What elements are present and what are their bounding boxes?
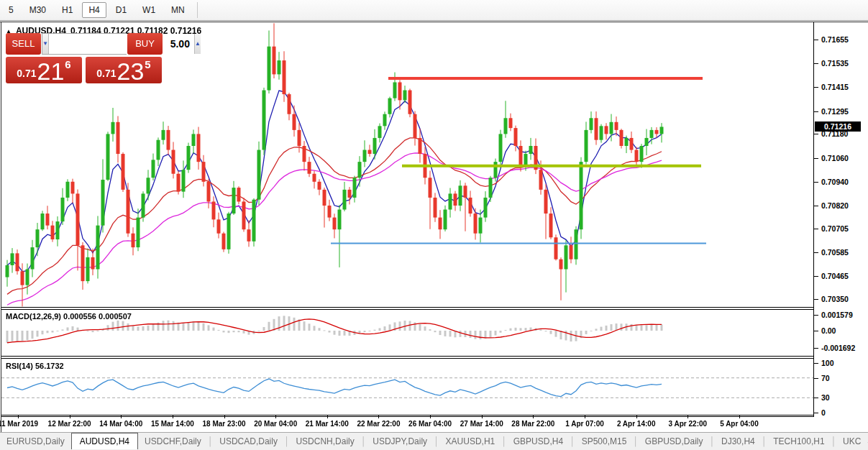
time-tick	[70, 415, 70, 418]
macd-axis-label: 0.00	[821, 326, 836, 335]
bid-prefix: 0.71	[17, 68, 36, 79]
time-label: 12 Mar 22:00	[48, 420, 91, 428]
tab-separator: │	[361, 436, 367, 446]
time-label: 20 Mar 04:00	[254, 420, 297, 428]
timeframe-button-d1[interactable]: D1	[109, 2, 133, 18]
rsi-axis-label: 70	[821, 374, 830, 382]
axis-tick	[814, 134, 818, 134]
time-label: 3 Apr 22:00	[669, 420, 708, 428]
axis-tick	[814, 378, 818, 379]
one-click-trade-panel: SELL ▼ ▲ BUY 0.71 21 6 0.71 23 5	[6, 33, 163, 83]
time-tick	[430, 415, 431, 418]
tab-separator: │	[762, 436, 767, 446]
time-tick	[585, 415, 585, 418]
chart-tab-eurusd-daily[interactable]: EURUSD,Daily	[0, 434, 71, 449]
time-label: 18 Mar 23:00	[203, 420, 246, 428]
time-tick	[275, 415, 276, 418]
chart-tab-gbpusd-h4[interactable]: GBPUSD,H4	[507, 434, 570, 449]
timeframe-button-5[interactable]: 5	[2, 2, 20, 18]
chart-tab-usdcad-daily[interactable]: USDCAD,Daily	[213, 434, 284, 449]
time-label: 1 Apr 07:00	[565, 420, 604, 428]
axis-tick	[814, 158, 818, 159]
time-label: 26 Mar 04:00	[408, 420, 452, 428]
axis-tick	[814, 348, 818, 349]
time-label: 15 Mar 14:00	[151, 420, 194, 428]
timeframe-button-mn[interactable]: MN	[165, 2, 191, 18]
rsi-axis-label: 0	[821, 408, 826, 417]
chart-tab-usdchf-daily[interactable]: USDCHF,Daily	[138, 434, 208, 449]
ask-big-digits: 23	[117, 61, 145, 81]
time-label: 5 Apr 04:00	[720, 420, 759, 428]
toolbar-separator	[197, 2, 198, 18]
volume-decrease-button[interactable]: ▼	[42, 34, 49, 54]
rsi-label: RSI(14) 56.1732	[6, 362, 64, 370]
chart-tab-usdjpy-daily[interactable]: USDJPY,Daily	[366, 434, 434, 449]
volume-increase-button[interactable]: ▲	[194, 34, 201, 54]
chart-tab-dj30-h4[interactable]: DJ30,H4	[715, 434, 762, 449]
axis-tick	[814, 252, 818, 253]
axis-tick	[814, 182, 818, 183]
time-label: 21 Mar 14:00	[306, 420, 349, 428]
tab-separator: │	[831, 436, 837, 446]
axis-tick	[814, 413, 818, 413]
timeframe-button-h1[interactable]: H1	[55, 2, 79, 18]
price-axis-label: 0.70705	[821, 224, 849, 233]
rsi-axis-label: 30	[821, 393, 830, 402]
ask-prefix: 0.71	[96, 68, 116, 79]
timeframe-toolbar: 5M30H1H4D1W1MN	[0, 0, 868, 21]
chart-tab-gbpusd-daily[interactable]: GBPUSD,Daily	[639, 434, 710, 449]
price-axis-label: 0.70350	[821, 295, 849, 303]
chart-tab-sp500-m15[interactable]: SP500,M15	[575, 434, 634, 449]
price-axis[interactable]: 0.71216 0.716550.715350.714150.712950.71…	[814, 22, 868, 415]
axis-tick	[814, 276, 818, 277]
time-tick	[739, 415, 740, 418]
pane-separator[interactable]	[1, 307, 813, 310]
axis-tick	[814, 111, 818, 112]
axis-tick	[814, 398, 818, 398]
tab-separator: │	[710, 436, 716, 446]
macd-axis-label: 0.001579	[821, 311, 853, 319]
pane-separator[interactable]	[1, 356, 813, 359]
time-tick	[224, 415, 225, 418]
timeframe-button-w1[interactable]: W1	[136, 2, 162, 18]
chart-tab-xauusd-h1[interactable]: XAUUSD,H1	[439, 434, 502, 449]
timeframe-button-h4[interactable]: H4	[82, 2, 106, 18]
time-label: 11 Mar 2019	[0, 420, 38, 428]
price-axis-label: 0.70820	[821, 201, 849, 210]
volume-input[interactable]	[49, 34, 194, 54]
ask-quote-button[interactable]: 0.71 23 5	[86, 57, 162, 83]
time-label: 28 Mar 22:00	[511, 420, 554, 428]
buy-button[interactable]: BUY	[127, 33, 163, 55]
timeframe-button-m30[interactable]: M30	[23, 2, 52, 18]
macd-axis-label: -0.001692	[821, 344, 855, 352]
time-tick	[18, 415, 19, 418]
axis-tick	[814, 315, 818, 316]
axis-tick	[814, 87, 818, 88]
tab-separator: │	[434, 436, 439, 446]
bid-quote-button[interactable]: 0.71 21 6	[6, 57, 82, 83]
chart-tab-usdcnh-daily[interactable]: USDCNH,Daily	[289, 434, 360, 449]
tab-separator: │	[501, 436, 507, 446]
axis-tick	[814, 206, 818, 206]
axis-tick	[814, 40, 818, 40]
price-axis-label: 0.71180	[821, 129, 848, 138]
price-axis-label: 0.71295	[821, 107, 849, 116]
time-tick	[636, 415, 637, 418]
chart-tab-ukc[interactable]: UKC	[836, 434, 867, 449]
sell-button[interactable]: SELL	[6, 33, 41, 55]
axis-tick	[814, 299, 818, 300]
rsi-indicator-canvas[interactable]	[1, 359, 813, 415]
time-axis[interactable]: 11 Mar 201912 Mar 22:0014 Mar 04:0015 Ma…	[1, 415, 813, 431]
time-label: 22 Mar 22:00	[357, 420, 400, 428]
chart-tab-tech100-h1[interactable]: TECH100,H1	[767, 434, 831, 449]
price-axis-label: 0.71415	[821, 83, 849, 91]
chart-tab-audusd-h4[interactable]: AUDUSD,H4	[71, 433, 138, 449]
time-label: 27 Mar 14:00	[460, 420, 503, 428]
price-axis-label: 0.70940	[821, 178, 849, 186]
price-axis-label: 0.71535	[821, 59, 849, 68]
price-axis-label: 0.71655	[821, 35, 849, 44]
tab-separator: │	[284, 436, 290, 446]
price-axis-label: 0.70465	[821, 272, 849, 280]
time-tick	[173, 415, 173, 418]
axis-tick	[814, 63, 818, 64]
